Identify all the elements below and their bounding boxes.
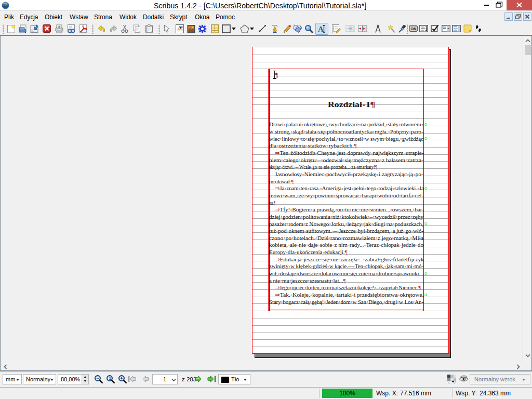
- svg-text:1: 1: [109, 376, 111, 381]
- svg-text:A: A: [318, 25, 324, 33]
- svg-text:OK: OK: [410, 26, 417, 31]
